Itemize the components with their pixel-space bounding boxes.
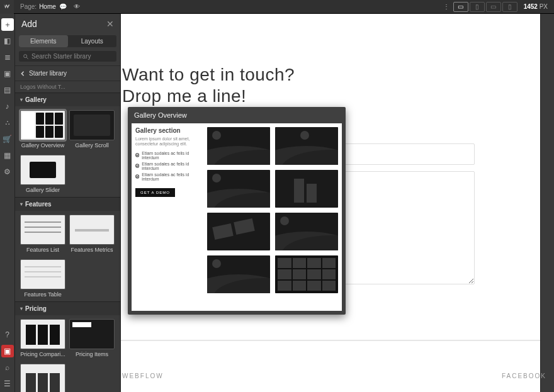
gallery-thumb-icon: [207, 170, 270, 208]
popover-cta-button: GET A DEMO: [135, 188, 175, 197]
search-icon[interactable]: ⌕: [1, 361, 14, 374]
top-bar: Page: Home 💬 👁 ⋮ ▭ ▯ ▭ ▯ 1452 PX: [0, 0, 554, 14]
thumb-gallery-scroll: [69, 110, 115, 140]
thumb-pricing-compare: [20, 319, 65, 349]
pages-icon[interactable]: ≣: [1, 51, 14, 64]
thumb-features-metrics: [69, 215, 115, 245]
thumb-features-list: [20, 215, 65, 245]
popover-body: Gallery section Lorem ipsum dolor sit am…: [132, 123, 342, 311]
ecommerce-icon[interactable]: 🛒: [1, 133, 14, 145]
popover-lorem: Lorem ipsum dolor sit amet, consectetur …: [135, 137, 201, 147]
footer-link-webflow[interactable]: WEBFLOW: [122, 372, 164, 379]
search-placeholder: Search Starter library: [31, 53, 91, 60]
tile-pricing-items[interactable]: Pricing Items: [69, 319, 115, 360]
check-icon: [135, 164, 139, 168]
tile-pricing-compare[interactable]: Pricing Compari...: [20, 319, 65, 360]
audit-icon[interactable]: ▣: [1, 345, 14, 357]
preview-eye-icon[interactable]: 👁: [70, 0, 84, 14]
add-panel-tabs: Elements Layouts: [19, 35, 116, 47]
left-tool-rail: ＋ ◧ ≣ ▣ ▤ ♪ ⛬ 🛒 ▦ ⚙ ? ▣ ⌕ ☰: [0, 14, 15, 392]
tile-label: Pricing Items: [69, 349, 115, 360]
chevron-left-icon: [20, 71, 25, 76]
popover-heading: Gallery section: [135, 127, 201, 134]
cms-icon[interactable]: ▤: [1, 84, 14, 96]
components-icon[interactable]: ▣: [1, 67, 14, 80]
assets-icon[interactable]: ♪: [1, 100, 14, 113]
more-icon[interactable]: ⋮: [439, 0, 453, 14]
gallery-thumb-icon: [207, 213, 270, 250]
tile-gallery-scroll[interactable]: Gallery Scroll: [69, 110, 115, 151]
tab-layouts[interactable]: Layouts: [68, 35, 117, 47]
search-input[interactable]: Search Starter library: [19, 51, 116, 62]
tile-label: Features List: [20, 245, 65, 255]
thumb-gallery-slider: [20, 155, 65, 185]
layout-preview-popover: Gallery Overview Gallery section Lorem i…: [128, 107, 346, 315]
page-name[interactable]: Home: [39, 3, 56, 10]
heading-line-1: Want to get in touch?: [122, 65, 295, 84]
tile-label: Gallery Overview: [20, 140, 65, 151]
settings-icon[interactable]: ⚙: [1, 165, 14, 178]
contact-heading[interactable]: Want to get in touch? Drop me a line!: [122, 64, 540, 106]
canvas-width[interactable]: 1452 PX: [524, 3, 548, 10]
users-icon[interactable]: ⛬: [1, 116, 14, 129]
thumb-pricing-overview: [20, 364, 65, 392]
gallery-thumb-icon: [275, 127, 338, 165]
comments-icon[interactable]: 💬: [56, 0, 70, 14]
popover-text-column: Gallery section Lorem ipsum dolor sit am…: [135, 127, 201, 307]
tab-elements[interactable]: Elements: [19, 35, 68, 47]
heading-line-2: Drop me a line!: [122, 86, 246, 106]
bullet-text: Etiam sodales ac felis id interdum: [142, 172, 201, 181]
thumb-features-table: [20, 259, 65, 289]
canvas-width-value: 1452: [524, 3, 538, 10]
add-panel: Add ✕ Elements Layouts Search Starter li…: [15, 14, 121, 392]
section-header-features[interactable]: Features: [15, 197, 120, 211]
tile-label: Gallery Scroll: [69, 140, 115, 151]
popover-title: Gallery Overview: [128, 107, 346, 123]
popover-image-grid: [207, 127, 338, 307]
tile-label: Features Metrics: [69, 245, 115, 255]
bullet-text: Etiam sodales ac felis id interdum: [142, 151, 201, 160]
breakpoint-mobile-landscape-icon[interactable]: ▭: [486, 2, 501, 12]
add-elements-icon[interactable]: ＋: [1, 18, 14, 31]
tile-label: Gallery Slider: [20, 185, 65, 196]
popover-bullet: Etiam sodales ac felis id interdum: [135, 162, 201, 171]
page-label: Page:: [14, 3, 39, 10]
svg-point-0: [24, 54, 27, 57]
menu-icon[interactable]: ☰: [1, 378, 14, 390]
navigator-icon[interactable]: ◧: [1, 35, 14, 47]
breakpoint-tablet-icon[interactable]: ▯: [470, 2, 485, 12]
apps-icon[interactable]: ▦: [1, 149, 14, 162]
breadcrumb[interactable]: Starter library: [15, 65, 120, 81]
tile-pricing-overview[interactable]: Pricing Overview: [20, 364, 65, 392]
help-icon[interactable]: ?: [1, 328, 14, 341]
tile-features-table[interactable]: Features Table: [20, 259, 65, 300]
close-icon[interactable]: ✕: [106, 19, 114, 29]
tile-features-metrics[interactable]: Features Metrics: [69, 215, 115, 255]
search-icon: [23, 53, 29, 60]
gallery-thumb-icon: [275, 170, 338, 208]
thumb-pricing-items: [69, 319, 115, 349]
svg-line-1: [26, 57, 28, 59]
section-tiles-gallery: Gallery Overview Gallery Scroll Gallery …: [15, 106, 120, 197]
email-field[interactable]: ail: [324, 143, 475, 165]
tile-features-list[interactable]: Features List: [20, 215, 65, 255]
popover-bullet: Etiam sodales ac felis id interdum: [135, 172, 201, 181]
recent-layout-row[interactable]: Logos Without T...: [15, 81, 120, 92]
footer-link-facebook[interactable]: FACEBOOK: [502, 372, 546, 379]
breakpoint-switcher: ▭ ▯ ▭ ▯: [453, 2, 517, 12]
bullet-text: Etiam sodales ac felis id interdum: [142, 162, 201, 171]
breakpoint-desktop-icon[interactable]: ▭: [453, 2, 468, 12]
section-header-gallery[interactable]: Gallery: [15, 92, 120, 106]
thumb-gallery-overview: [20, 110, 65, 140]
gallery-thumb-icon: [207, 255, 270, 293]
section-header-pricing[interactable]: Pricing: [15, 301, 120, 315]
breadcrumb-label: Starter library: [29, 70, 67, 77]
section-tiles-pricing: Pricing Compari... Pricing Items Pricing…: [15, 315, 120, 392]
add-panel-header: Add ✕: [15, 14, 120, 34]
webflow-logo-icon[interactable]: [0, 0, 14, 14]
tile-gallery-overview[interactable]: Gallery Overview: [20, 110, 65, 151]
message-textarea[interactable]: [324, 171, 475, 284]
breakpoint-mobile-icon[interactable]: ▯: [502, 2, 517, 12]
tile-gallery-slider[interactable]: Gallery Slider: [20, 155, 65, 196]
section-tiles-features: Features List Features Metrics Features …: [15, 211, 120, 301]
